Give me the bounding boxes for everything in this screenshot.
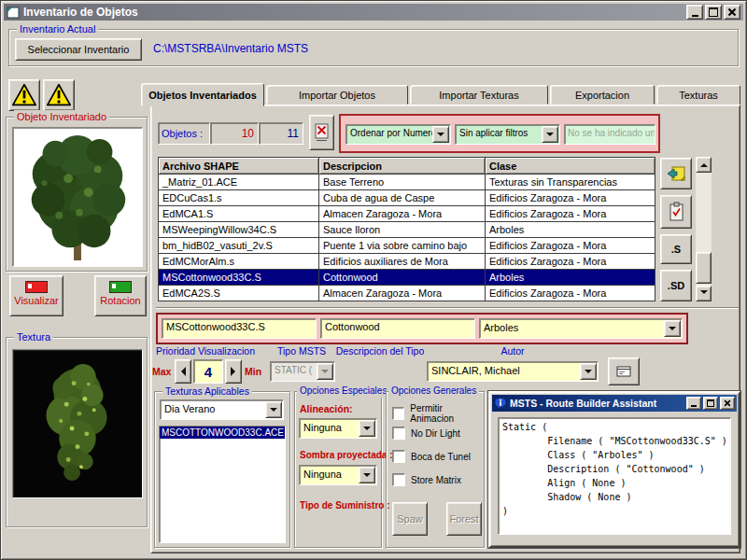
table-row[interactable]: EdMCMorAlm.sEdificios auxiliares de Mora… [159,254,655,270]
forest-button[interactable]: Forest [446,502,482,536]
texturas-aplicables-group: Texturas Aplicables Dia Verano MSCOTTONW… [154,391,290,548]
title-bar[interactable]: Inventario de Objetos [4,4,743,21]
scroll-up-icon[interactable] [696,157,712,173]
chevron-down-icon [317,363,333,380]
record-shape-field[interactable]: MSCottonwood33C.S [162,318,317,339]
checkbox-boca-de-tunel[interactable]: Boca de Tunel [392,450,471,463]
table-row[interactable]: EdMCA2S.SAlmacen Zaragoza - MoraEdificio… [159,286,655,301]
table-header-row: Archivo SHAPE Descripcion Clase [159,158,655,175]
textures-list[interactable]: MSCOTTONWOOD33C.ACE [159,426,286,543]
seleccionar-inventario-button[interactable]: Seleccionar Inventario [15,38,142,61]
export-s-button[interactable]: .S [660,234,692,264]
table-scrollbar[interactable] [696,157,712,301]
properties-button[interactable] [608,357,640,385]
record-fields-panel: MSCottonwood33C.S Cottonwood Arboles [156,313,688,344]
visualizar-button[interactable]: Visualizar [9,275,63,316]
texturas-aplicables-label: Texturas Aplicables [162,385,252,398]
tab-exportacion[interactable]: Exportacion [550,85,655,105]
priority-decrease-button[interactable] [175,359,191,384]
minimize-icon[interactable] [686,397,701,410]
objeto-inventariado-label: Objeto Inventariado [14,110,109,123]
table-row[interactable]: _Matriz_01.ACEBase TerrenoTexturas sin T… [159,175,655,190]
checkbox-store-matrix[interactable]: Store Matrix [392,473,461,486]
filter-dropdown[interactable]: Sin aplicar filtros [455,124,560,145]
list-item-selected[interactable]: MSCOTTONWOOD33C.ACE [160,427,285,439]
checkbox-box[interactable] [392,407,404,420]
chevron-down-icon[interactable] [432,126,449,143]
sort-dropdown-value: Ordenar por Numero [350,128,433,138]
maximize-icon[interactable] [703,397,718,410]
inventario-actual-label: Inventario Actual [17,22,98,35]
opciones-generales-label: Opciones Generales [388,385,479,398]
chevron-down-icon[interactable] [542,126,558,143]
checkbox-no-dir-light[interactable]: No Dir Light [392,427,460,440]
textura-group: Textura [6,337,148,527]
checkbox-box[interactable] [392,450,405,463]
suministro-label: Tipo de Suministro : [300,500,389,511]
table-row[interactable]: EDCuCas1.sCuba de agua de CaspeEdificios… [159,190,655,206]
search-text-input[interactable]: No se ha indicado un text [564,124,655,145]
separator [156,307,739,309]
season-dropdown[interactable]: Dia Verano [160,399,284,420]
checklist-button[interactable] [660,195,692,229]
maximize-icon[interactable] [705,5,722,20]
record-clase-dropdown[interactable]: Arboles [479,318,683,339]
min-label: Min [245,366,261,377]
descripcion-tipo-label: Descripcion del Tipo [330,345,430,357]
header-descripcion[interactable]: Descripcion [319,158,486,175]
tab-texturas[interactable]: Texturas [656,85,740,105]
close-icon[interactable] [724,5,740,20]
sombra-dropdown[interactable]: Ninguna [299,465,377,485]
autor-dropdown[interactable]: SINCLAIR, Michael [427,361,599,382]
properties-icon [616,366,631,377]
alineacion-dropdown[interactable]: Ninguna [299,418,377,439]
table-row-selected[interactable]: MSCottonwood33C.SCottonwoodArboles [159,270,655,286]
checkbox-box[interactable] [392,473,405,486]
tipo-msts-dropdown[interactable]: STATIC ( [270,361,335,382]
warning-button-1[interactable] [8,79,40,111]
object-preview-image [12,127,143,267]
max-label: Max [152,366,171,377]
scroll-down-icon[interactable] [696,286,712,301]
rotacion-button[interactable]: Rotacion [94,275,147,316]
export-sd-button[interactable]: .SD [660,270,692,301]
table-row[interactable]: MSWeepingWillow34C.SSauce lloronArboles [159,222,655,238]
priority-increase-button[interactable] [225,359,242,384]
record-descripcion-field[interactable]: Cottonwood [320,318,475,339]
close-icon[interactable] [720,397,735,410]
checkbox-box[interactable] [392,427,405,440]
delete-object-button[interactable] [309,115,334,150]
edit-note-icon [666,164,686,183]
chevron-down-icon[interactable] [664,320,681,337]
opciones-generales-group: Opciones Generales Permitir Animacion No… [386,391,485,548]
table-row[interactable]: bm_hidB02_vasuti_2v.SPuente 1 via sobre … [159,238,655,254]
header-clase[interactable]: Clase [486,158,655,175]
spaw-button[interactable]: Spaw [392,502,428,536]
assistant-title: MSTS - Route Builder Assistant [510,398,656,409]
alineacion-value: Ninguna [303,422,359,433]
season-value: Dia Verano [164,403,266,414]
chevron-down-icon[interactable] [359,467,375,483]
tab-objetos-inventariados[interactable]: Objetos Inventariados [141,83,264,106]
red-swatch-icon [25,281,48,293]
checklist-icon [669,202,684,222]
edit-note-button[interactable] [660,158,692,189]
tab-importar-objetos[interactable]: Importar Objetos [266,85,408,105]
chevron-down-icon[interactable] [580,363,597,380]
assistant-window[interactable]: MSTS - Route Builder Assistant Static ( … [488,391,740,548]
priority-value: 4 [193,359,223,384]
chevron-down-icon[interactable] [265,401,282,418]
inventario-actual-group: Inventario Actual Seleccionar Inventario… [8,29,739,66]
table-row[interactable]: EdMCA1.SAlmacen Zaragoza - MoraEdificios… [159,206,655,222]
header-archivo-shape[interactable]: Archivo SHAPE [159,158,319,175]
checkbox-permitir-animacion[interactable]: Permitir Animacion [392,403,484,424]
sort-dropdown[interactable]: Ordenar por Numero [345,124,451,145]
minimize-icon[interactable] [686,5,703,20]
objetos-counter-label-box: Objetos : [158,122,210,145]
assistant-title-bar[interactable]: MSTS - Route Builder Assistant [492,395,737,412]
scrollbar-thumb[interactable] [696,252,712,284]
tab-importar-texturas[interactable]: Importar Texturas [410,85,548,105]
chevron-down-icon[interactable] [359,420,375,437]
assistant-code-area[interactable]: Static ( Filename ( "MSCottonwood33C.S" … [498,417,731,535]
warning-button-2[interactable] [43,79,75,111]
